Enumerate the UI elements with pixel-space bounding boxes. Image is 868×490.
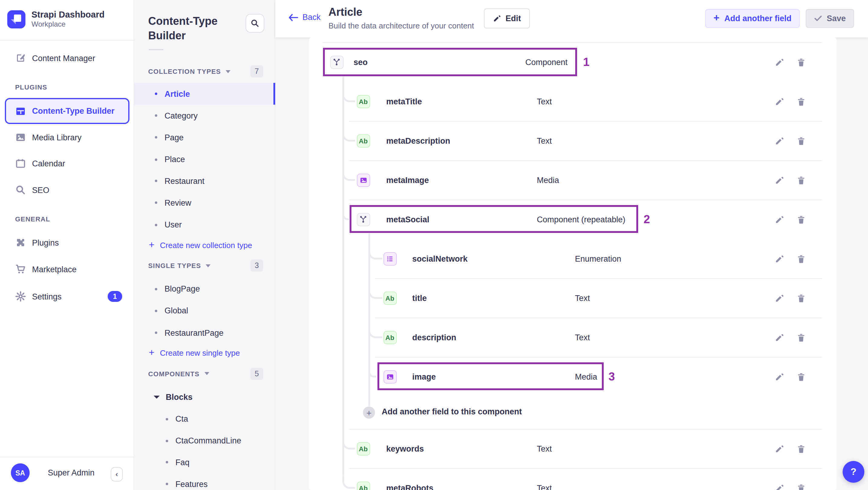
field-row-description: Ab description Text: [309, 317, 837, 357]
annotation-number-1: 1: [583, 56, 589, 69]
component-category-blocks[interactable]: Blocks: [134, 386, 275, 408]
nav-item-category[interactable]: Category: [134, 105, 275, 126]
workspace-subtitle: Workplace: [31, 20, 105, 29]
edit-field-button[interactable]: [775, 444, 784, 453]
sidebar-item-marketplace[interactable]: Marketplace: [0, 258, 134, 280]
field-list: seo Component Ab metaTitle Text Ab metaD…: [309, 37, 837, 490]
nav-item-features[interactable]: Features: [134, 473, 275, 490]
edit-field-button[interactable]: [775, 215, 784, 224]
edit-button[interactable]: Edit: [484, 8, 530, 28]
save-button[interactable]: Save: [806, 9, 854, 28]
nav-item-user[interactable]: User: [134, 214, 275, 236]
create-single-type-link[interactable]: + Create new single type: [149, 345, 240, 360]
delete-field-button[interactable]: [797, 58, 806, 66]
delete-field-button[interactable]: [797, 215, 806, 224]
single-types-count: 3: [250, 259, 263, 272]
edit-field-button[interactable]: [775, 294, 784, 303]
add-another-field-button[interactable]: + Add another field: [705, 9, 800, 28]
section-label: COMPONENTS: [148, 370, 199, 377]
nav-item-place[interactable]: Place: [134, 149, 275, 170]
caret-down-icon: [154, 395, 160, 398]
nav-item-ctacommandline[interactable]: CtaCommandLine: [134, 430, 275, 452]
sidebar-item-label: Media Library: [32, 133, 82, 142]
plus-icon: +: [149, 348, 155, 358]
nav-item-page[interactable]: Page: [134, 126, 275, 148]
nav-item-article[interactable]: Article: [134, 83, 275, 105]
nav-item-cta[interactable]: Cta: [134, 408, 275, 430]
nav-item-global[interactable]: Global: [134, 300, 275, 321]
nav-item-review[interactable]: Review: [134, 192, 275, 214]
avatar[interactable]: SA: [11, 463, 30, 482]
bullet-icon: [155, 202, 157, 204]
search-button[interactable]: [246, 14, 264, 33]
delete-field-button[interactable]: [797, 333, 806, 342]
delete-field-button[interactable]: [797, 372, 806, 381]
sidebar-item-content-type-builder[interactable]: Content-Type Builder: [5, 98, 129, 124]
edit-field-button[interactable]: [775, 136, 784, 145]
edit-field-button[interactable]: [775, 97, 784, 106]
text-field-icon: Ab: [356, 95, 370, 108]
edit-field-button[interactable]: [775, 58, 784, 66]
section-single-types[interactable]: SINGLE TYPES: [148, 259, 211, 272]
sidebar-item-calendar[interactable]: Calendar: [0, 152, 134, 174]
sidebar-item-media-library[interactable]: Media Library: [0, 126, 134, 148]
puzzle-icon: [15, 237, 26, 248]
sidebar-item-settings[interactable]: Settings 1: [0, 285, 134, 307]
edit-field-button[interactable]: [775, 372, 784, 381]
chevron-down-icon: [205, 372, 209, 375]
sidebar-item-label: Calendar: [32, 159, 65, 168]
sidebar-item-seo[interactable]: SEO: [0, 179, 134, 201]
panel-title: Content-Type Builder: [148, 14, 239, 43]
bullet-icon: [155, 158, 157, 161]
bullet-icon: [166, 418, 168, 420]
back-link[interactable]: Back: [288, 13, 320, 22]
delete-field-button[interactable]: [797, 176, 806, 184]
delete-field-button[interactable]: [797, 294, 806, 303]
nav-item-restaurantpage[interactable]: RestaurantPage: [134, 322, 275, 344]
edit-field-button[interactable]: [775, 176, 784, 184]
sidebar-item-label: SEO: [32, 185, 49, 194]
arrow-left-icon: [288, 13, 298, 21]
nav-item-faq[interactable]: Faq: [134, 451, 275, 473]
picture-icon: [15, 132, 26, 143]
nav-item-blogpage[interactable]: BlogPage: [134, 278, 275, 300]
enumeration-field-icon: [383, 252, 397, 265]
chevron-down-icon: [206, 264, 211, 267]
workspace-switcher[interactable]: Strapi Dashboard Workplace: [7, 10, 105, 29]
edit-field-button[interactable]: [775, 254, 784, 263]
edit-field-button[interactable]: [775, 483, 784, 490]
nav-item-restaurant[interactable]: Restaurant: [134, 170, 275, 192]
section-collection-types[interactable]: COLLECTION TYPES: [148, 65, 230, 78]
media-field-icon: [356, 173, 370, 187]
sidebar-item-plugins[interactable]: Plugins: [0, 232, 134, 253]
sidebar-item-label: Settings: [32, 292, 62, 301]
section-components[interactable]: COMPONENTS: [148, 367, 209, 379]
delete-field-button[interactable]: [797, 444, 806, 453]
add-field-to-component-label[interactable]: Add another field to this component: [382, 407, 522, 416]
divider: [0, 40, 134, 40]
divider: [0, 457, 134, 457]
bullet-icon: [155, 93, 157, 95]
field-row-title: Ab title Text: [309, 278, 837, 317]
add-field-to-component-button[interactable]: +: [363, 406, 375, 419]
create-collection-type-link[interactable]: + Create new collection type: [149, 238, 252, 252]
edit-field-button[interactable]: [775, 333, 784, 342]
content-type-builder-panel: Content-Type Builder COLLECTION TYPES 7 …: [134, 0, 275, 490]
sidebar-section-plugins: PLUGINS: [15, 84, 47, 91]
bullet-icon: [155, 223, 157, 226]
bullet-icon: [155, 309, 157, 312]
user-name: Super Admin: [48, 468, 95, 477]
sidebar-item-content-manager[interactable]: Content Manager: [0, 47, 134, 69]
field-row-keywords: Ab keywords Text: [309, 429, 837, 468]
delete-field-button[interactable]: [797, 254, 806, 263]
help-button[interactable]: ?: [843, 461, 864, 483]
delete-field-button[interactable]: [797, 136, 806, 145]
sidebar-collapse-button[interactable]: ‹: [111, 467, 123, 482]
delete-field-button[interactable]: [797, 483, 806, 490]
sidebar-section-general: GENERAL: [15, 215, 50, 223]
pencil-icon: [493, 14, 501, 22]
delete-field-button[interactable]: [797, 97, 806, 106]
chevron-down-icon: [226, 70, 230, 73]
calendar-icon: [15, 158, 26, 169]
field-row-image: image Media: [309, 357, 837, 396]
